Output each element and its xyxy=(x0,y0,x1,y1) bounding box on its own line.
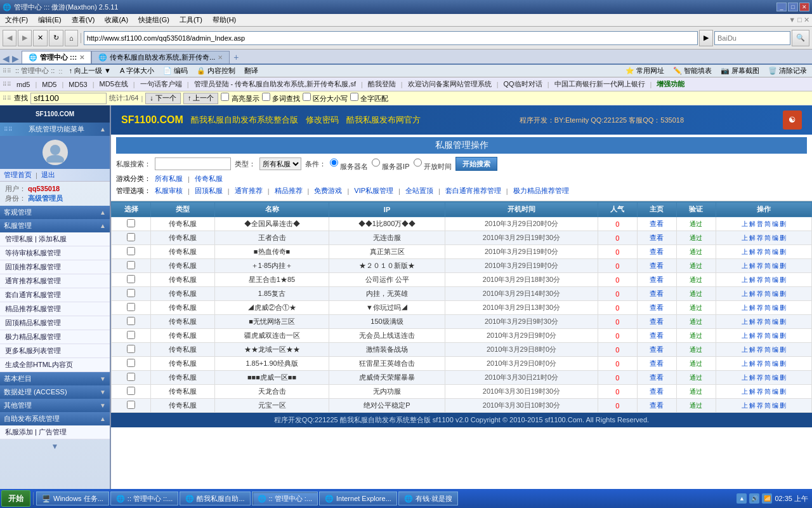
row-select-3[interactable] xyxy=(112,259,151,273)
action-荐-4[interactable]: 荐 xyxy=(757,276,763,283)
page-link-passwd[interactable]: 修改密码 xyxy=(306,114,339,126)
taskbar-item-admin1[interactable]: 🌐 :: 管理中心 ::... xyxy=(110,491,179,505)
action-简-8[interactable]: 简 xyxy=(764,332,771,339)
fav-enhance[interactable]: 增强功能 xyxy=(654,79,687,90)
row-select-6[interactable] xyxy=(112,301,151,315)
menu-groups[interactable]: 快捷组(G) xyxy=(136,15,172,25)
row-checkbox-5[interactable] xyxy=(127,289,135,297)
action-荐-3[interactable]: 荐 xyxy=(757,262,763,269)
row-select-5[interactable] xyxy=(112,287,151,301)
fav-client[interactable]: 一句话客户端 xyxy=(138,79,185,90)
view-link-2[interactable]: 查看 xyxy=(650,248,664,255)
tab-admin[interactable]: 🌐 管理中心 ::: ✕ xyxy=(22,51,91,64)
manage-logout-link[interactable]: 退出 xyxy=(41,170,55,180)
category-legend[interactable]: 传奇私服 xyxy=(195,174,223,184)
find-whole-check[interactable] xyxy=(350,93,358,101)
row-checkbox-0[interactable] xyxy=(127,219,135,227)
action-删-9[interactable]: 删 xyxy=(780,346,786,353)
action-简-0[interactable]: 简 xyxy=(764,220,771,227)
action-编-1[interactable]: 编 xyxy=(772,234,778,241)
action-简-6[interactable]: 简 xyxy=(764,304,771,311)
action-上-4[interactable]: 上 xyxy=(742,276,748,283)
row-view-7[interactable]: 查看 xyxy=(637,315,676,329)
view-link-13[interactable]: 查看 xyxy=(650,401,664,409)
start-button[interactable]: 开始 xyxy=(1,490,30,507)
sidebar-item-pending[interactable]: 等待审核私服管理 xyxy=(0,246,110,260)
section-selfpub-collapse[interactable]: ▲ xyxy=(100,415,106,422)
taskbar-item-youqian[interactable]: 🌐 有钱·就是搜 xyxy=(398,491,458,505)
action-上-10[interactable]: 上 xyxy=(742,360,748,367)
action-上-13[interactable]: 上 xyxy=(742,402,748,409)
action-删-8[interactable]: 删 xyxy=(780,332,786,339)
sys-menu-collapse[interactable]: ▲ xyxy=(100,126,106,133)
action-解-9[interactable]: 解 xyxy=(749,346,756,353)
category-all[interactable]: 所有私服 xyxy=(155,174,183,184)
action-编-0[interactable]: 编 xyxy=(772,220,778,227)
option-force-premium-mgmt[interactable]: 极力精品推荐管理 xyxy=(513,186,569,196)
action-简-9[interactable]: 简 xyxy=(764,346,771,353)
fav-qq-chat[interactable]: QQ临时对话 xyxy=(501,79,545,90)
action-荐-5[interactable]: 荐 xyxy=(757,290,763,297)
row-view-3[interactable]: 查看 xyxy=(637,259,676,273)
action-解-2[interactable]: 解 xyxy=(749,248,756,255)
option-review[interactable]: 私服审核 xyxy=(155,186,183,196)
stop-button[interactable]: ✕ xyxy=(33,30,48,46)
maximize-button[interactable]: □ xyxy=(788,3,798,11)
view-link-3[interactable]: 查看 xyxy=(650,262,664,269)
fav-md5[interactable]: md5 xyxy=(14,80,32,89)
nav-screenshot[interactable]: 📷 屏幕截图 xyxy=(718,65,762,76)
row-view-6[interactable]: 查看 xyxy=(637,301,676,315)
sidebar-item-selfpub[interactable]: 私服添加 | 广告管理 xyxy=(0,425,110,439)
action-编-8[interactable]: 编 xyxy=(772,332,778,339)
action-荐-6[interactable]: 荐 xyxy=(757,304,763,311)
action-解-1[interactable]: 解 xyxy=(749,234,756,241)
action-解-13[interactable]: 解 xyxy=(749,402,756,409)
sidebar-item-overnight[interactable]: 通宵推荐私服管理 xyxy=(0,274,110,288)
row-view-8[interactable]: 查看 xyxy=(637,329,676,343)
radio-serverip[interactable] xyxy=(372,156,380,169)
action-删-12[interactable]: 删 xyxy=(780,388,786,395)
view-link-7[interactable]: 查看 xyxy=(650,318,664,325)
fav-icbc[interactable]: 中国工商银行新一代网上银行 xyxy=(552,79,648,90)
option-free[interactable]: 免费游戏 xyxy=(314,186,342,196)
action-荐-10[interactable]: 荐 xyxy=(757,360,763,367)
action-删-3[interactable]: 删 xyxy=(780,262,786,269)
row-select-1[interactable] xyxy=(112,231,151,245)
action-普-0[interactable]: 普 xyxy=(757,220,763,227)
action-简-1[interactable]: 简 xyxy=(764,234,771,241)
action-上-0[interactable]: 上 xyxy=(742,220,748,227)
search-input-field[interactable] xyxy=(155,157,231,170)
action-解-5[interactable]: 解 xyxy=(749,290,756,297)
action-上-3[interactable]: 上 xyxy=(742,262,748,269)
row-view-12[interactable]: 查看 xyxy=(637,385,676,399)
fav-MD5[interactable]: MD5 xyxy=(39,80,59,89)
section-customer-collapse[interactable]: ▲ xyxy=(100,209,106,216)
row-select-7[interactable] xyxy=(112,315,151,329)
action-简-10[interactable]: 简 xyxy=(764,360,771,367)
section-header-data[interactable]: 数据处理 (ACCESS) ▼ xyxy=(0,385,110,399)
row-select-13[interactable] xyxy=(112,399,151,413)
action-解-11[interactable]: 解 xyxy=(749,374,756,381)
row-select-10[interactable] xyxy=(112,357,151,371)
tab-sf[interactable]: 🌐 传奇私服自助发布系统,新开传奇... ✕ xyxy=(91,51,230,64)
search-start-button[interactable]: 开始搜索 xyxy=(455,157,497,171)
nav-clear[interactable]: 🗑️ 清除记录 xyxy=(766,65,809,76)
find-multi-check[interactable] xyxy=(262,93,270,101)
action-上-7[interactable]: 上 xyxy=(742,318,748,325)
page-link-official[interactable]: 酷我私服发布网官方 xyxy=(346,114,421,126)
type-select[interactable]: 所有私服 传奇私服 魔兽私服 问道私服 xyxy=(259,157,301,170)
row-checkbox-6[interactable] xyxy=(127,303,135,311)
action-解-12[interactable]: 解 xyxy=(749,388,756,395)
row-checkbox-12[interactable] xyxy=(127,387,135,395)
section-data-collapse[interactable]: ▼ xyxy=(100,389,106,396)
fav-beian[interactable]: 欢迎访问备案网站管理系统 xyxy=(405,79,494,90)
row-select-8[interactable] xyxy=(112,329,151,343)
option-top[interactable]: 固顶私服 xyxy=(195,186,223,196)
action-简-5[interactable]: 简 xyxy=(764,290,771,297)
action-编-10[interactable]: 编 xyxy=(772,360,778,367)
action-上-8[interactable]: 上 xyxy=(742,332,748,339)
nav-encoding[interactable]: 📄 编码 xyxy=(160,65,190,76)
action-删-2[interactable]: 删 xyxy=(780,248,786,255)
action-荐-9[interactable]: 荐 xyxy=(757,346,763,353)
option-sitewide[interactable]: 全站置顶 xyxy=(405,186,433,196)
